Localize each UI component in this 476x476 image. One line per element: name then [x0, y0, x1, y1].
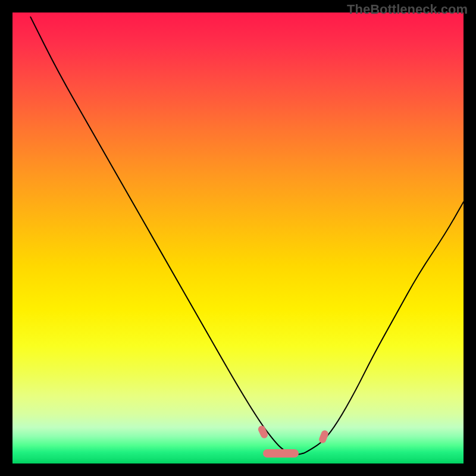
watermark-text: TheBottleneck.com: [347, 2, 468, 17]
plot-area: [12, 12, 464, 464]
curve-svg: [12, 12, 464, 464]
highlight-marker: [257, 424, 269, 439]
bottleneck-curve: [30, 17, 464, 455]
highlight-marker: [318, 429, 329, 444]
highlight-marker: [263, 449, 299, 458]
chart-container: TheBottleneck.com: [0, 0, 476, 476]
